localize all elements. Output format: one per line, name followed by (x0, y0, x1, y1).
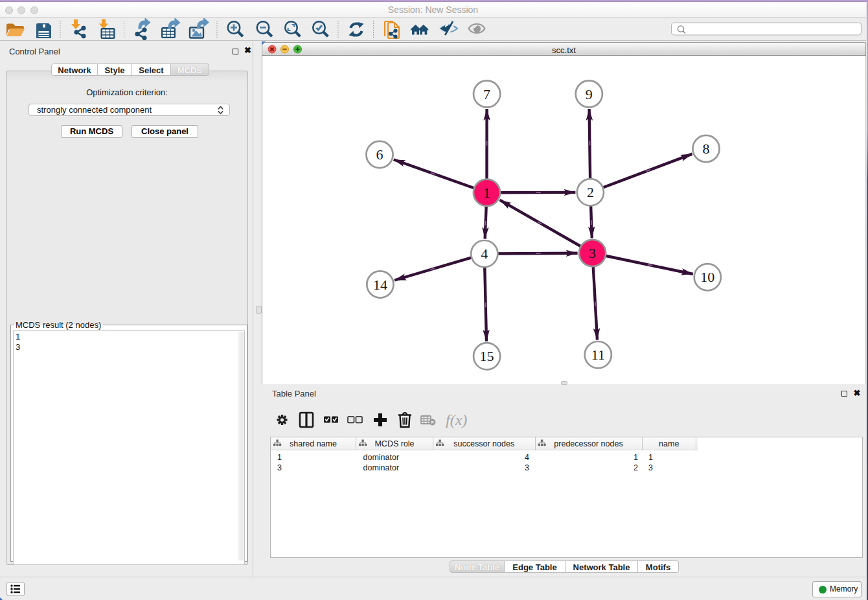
svg-text:2: 2 (587, 184, 594, 200)
svg-text:9: 9 (586, 86, 593, 102)
svg-text:10: 10 (700, 269, 714, 285)
svg-text:11: 11 (591, 347, 605, 363)
svg-text:f(x): f(x) (446, 411, 467, 428)
svg-text:1: 1 (483, 185, 490, 201)
svg-text:4: 4 (481, 246, 488, 262)
svg-text:15: 15 (480, 348, 494, 364)
svg-text:6: 6 (376, 146, 383, 163)
svg-text:7: 7 (483, 86, 490, 102)
svg-text:14: 14 (373, 277, 387, 293)
svg-text:8: 8 (703, 141, 710, 157)
svg-text:3: 3 (589, 245, 596, 261)
